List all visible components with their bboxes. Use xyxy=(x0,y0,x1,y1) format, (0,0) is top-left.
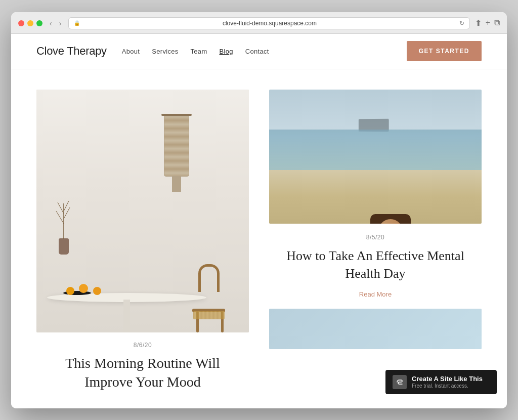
nav-blog[interactable]: Blog xyxy=(220,48,233,55)
post-right-date: 8/5/20 xyxy=(269,234,482,241)
nav-services[interactable]: Services xyxy=(152,48,178,55)
address-bar[interactable]: 🔒 clove-fluid-demo.squarespace.com ↻ xyxy=(68,17,469,29)
post-right-column: 8/5/20 How to Take An Effective Mental H… xyxy=(269,90,482,392)
site-nav: About Services Team Blog Contact xyxy=(122,48,269,55)
interior-scene-image xyxy=(36,90,249,332)
nav-team[interactable]: Team xyxy=(191,48,207,55)
site-logo[interactable]: Clove Therapy xyxy=(36,45,107,58)
post-right-title[interactable]: How to Take An Effective Mental Health D… xyxy=(269,247,482,282)
read-more-link[interactable]: Read More xyxy=(269,289,482,299)
post-left-title[interactable]: This Morning Routine WillImprove Your Mo… xyxy=(36,354,249,392)
close-button[interactable] xyxy=(18,20,24,26)
chair-decoration xyxy=(192,262,228,332)
wall-hanging-decoration xyxy=(164,114,189,192)
post-right-info: 8/5/20 How to Take An Effective Mental H… xyxy=(269,234,482,299)
post-left-date: 8/6/20 xyxy=(36,342,249,349)
back-button[interactable]: ‹ xyxy=(48,18,54,28)
nav-contact[interactable]: Contact xyxy=(245,48,269,55)
maximize-button[interactable] xyxy=(36,20,42,26)
badge-main-text: Create A Site Like This xyxy=(412,375,483,383)
traffic-lights xyxy=(18,20,42,26)
site-content: Clove Therapy About Services Team Blog C… xyxy=(11,34,507,408)
chrome-actions: ⬆ + ⧉ xyxy=(475,18,500,28)
share-icon[interactable]: ⬆ xyxy=(475,18,482,28)
nav-controls: ‹ › xyxy=(48,18,63,28)
squarespace-badge[interactable]: Create A Site Like This Free trial. Inst… xyxy=(385,370,497,394)
beach-scene-image xyxy=(269,90,482,224)
squarespace-badge-text: Create A Site Like This Free trial. Inst… xyxy=(412,375,483,389)
post-right-image[interactable] xyxy=(269,90,482,224)
get-started-button[interactable]: GET STARTED xyxy=(407,41,482,61)
post-right-main: 8/5/20 How to Take An Effective Mental H… xyxy=(269,90,482,299)
nav-about[interactable]: About xyxy=(122,48,140,55)
browser-chrome: ‹ › 🔒 clove-fluid-demo.squarespace.com ↻… xyxy=(11,12,507,34)
reload-icon[interactable]: ↻ xyxy=(459,20,464,27)
url-text: clove-fluid-demo.squarespace.com xyxy=(83,20,456,27)
lock-icon: 🔒 xyxy=(74,20,80,26)
read-more-anchor[interactable]: Read More xyxy=(359,290,392,298)
post-left: 8/6/20 This Morning Routine WillImprove … xyxy=(36,90,249,392)
new-tab-icon[interactable]: + xyxy=(486,18,490,28)
svg-line-1 xyxy=(56,211,64,224)
svg-line-4 xyxy=(64,201,69,211)
minimize-button[interactable] xyxy=(27,20,33,26)
forward-button[interactable]: › xyxy=(57,18,64,28)
plant-decoration xyxy=(54,193,74,255)
squarespace-icon xyxy=(393,375,407,389)
badge-sub-text: Free trial. Instant access. xyxy=(412,383,483,389)
blog-content: 8/6/20 This Morning Routine WillImprove … xyxy=(11,69,507,407)
site-header: Clove Therapy About Services Team Blog C… xyxy=(11,34,507,69)
third-post-image[interactable] xyxy=(269,309,482,349)
tab-overview-icon[interactable]: ⧉ xyxy=(494,18,500,28)
table-decoration xyxy=(47,251,206,332)
svg-line-3 xyxy=(58,202,64,214)
post-left-image[interactable] xyxy=(36,90,249,332)
